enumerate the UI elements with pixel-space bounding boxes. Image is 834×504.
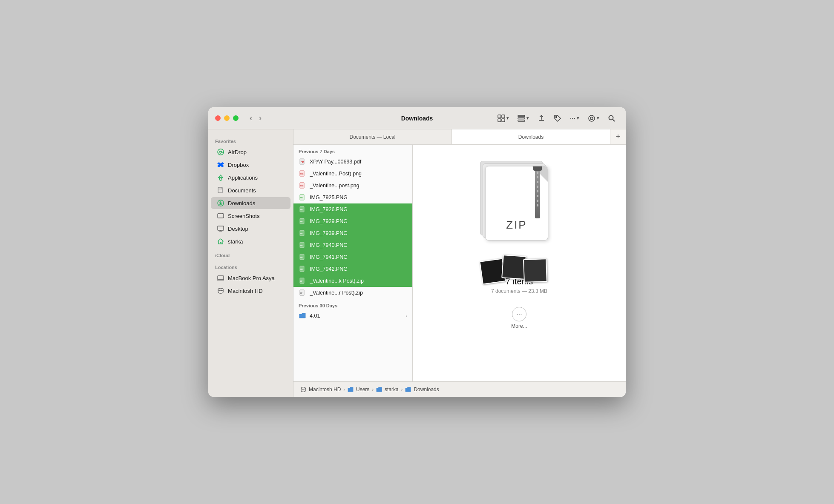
close-button[interactable] — [215, 115, 221, 121]
pdf-icon: PDF — [299, 158, 306, 166]
folder-small-icon — [348, 387, 354, 392]
content-area: Documents — Local Downloads + Previous 7… — [293, 129, 626, 397]
sidebar-item-screenshots[interactable]: ScreenShots — [211, 210, 290, 222]
photo-thumb-3 — [523, 258, 547, 283]
finder-window: ‹ › Downloads ▾ ▾ — [208, 107, 626, 397]
sidebar-item-macintosh[interactable]: Macintosh HD — [211, 285, 290, 297]
list-item[interactable]: PNG IMG_7942.PNG — [293, 263, 412, 275]
nav-buttons: ‹ › — [247, 113, 264, 123]
svg-text:PNG: PNG — [300, 245, 303, 246]
laptop-icon — [217, 274, 224, 282]
sidebar-item-desktop[interactable]: Desktop — [211, 223, 290, 235]
search-button[interactable] — [604, 113, 619, 124]
list-item[interactable]: PNG _Valentine...Post).png — [293, 168, 412, 180]
breadcrumb-sep-3: › — [401, 387, 403, 392]
phone-img-icon: PNG — [299, 218, 306, 225]
svg-rect-5 — [518, 117, 525, 119]
list-item[interactable]: PNG IMG_7939.PNG — [293, 227, 412, 239]
add-tab-button[interactable]: + — [610, 129, 626, 144]
phone-img-icon: PNG — [299, 194, 306, 201]
svg-point-10 — [609, 115, 613, 120]
svg-point-14 — [219, 178, 222, 180]
svg-rect-22 — [218, 276, 224, 280]
list-item[interactable]: ZIP _Valentine...r Post).zip — [293, 287, 412, 299]
more-button[interactable]: ··· More... — [511, 307, 527, 329]
zip-preview: ZIP 7 items 7 documents — 23.3 MB ··· Mo… — [477, 158, 562, 329]
sidebar-item-dropbox[interactable]: Dropbox — [211, 159, 290, 171]
svg-point-24 — [218, 288, 223, 291]
svg-point-8 — [589, 115, 595, 121]
sidebar-item-downloads[interactable]: Downloads — [211, 197, 290, 209]
minimize-button[interactable] — [224, 115, 230, 121]
img-icon: PNG — [299, 182, 306, 189]
svg-rect-4 — [518, 115, 525, 117]
list-item[interactable]: PNG IMG_7926.PNG — [293, 203, 412, 215]
view-toggle-button[interactable]: ▾ — [494, 113, 512, 124]
breadcrumb-macintosh[interactable]: Macintosh HD — [300, 387, 341, 392]
tag-button[interactable] — [550, 113, 565, 124]
file-name: IMG_7926.PNG — [310, 206, 407, 212]
screenshots-icon — [217, 212, 224, 220]
svg-rect-18 — [218, 214, 224, 218]
file-list-pane[interactable]: Previous 7 Days PDF XPAY-Pay...00693.pdf — [293, 145, 413, 381]
more-options-button[interactable]: ··· ▾ — [567, 113, 583, 124]
sidebar-macbook-label: MacBook Pro Asya — [228, 275, 275, 281]
list-item[interactable]: PNG IMG_7925.PNG — [293, 192, 412, 203]
sidebar-item-starka[interactable]: starka — [211, 235, 290, 247]
sidebar-dropbox-label: Dropbox — [228, 162, 249, 168]
list-item[interactable]: ZIP _Valentine...k Post).zip — [293, 275, 412, 287]
section-7days: Previous 7 Days — [293, 145, 412, 156]
sidebar-applications-label: Applications — [228, 175, 258, 181]
svg-text:PDF: PDF — [301, 161, 305, 163]
forward-button[interactable]: › — [256, 113, 264, 123]
maximize-button[interactable] — [233, 115, 239, 121]
svg-point-9 — [590, 117, 593, 120]
svg-rect-0 — [498, 115, 501, 118]
icloud-label: iCloud — [208, 248, 293, 260]
svg-text:PNG: PNG — [300, 269, 303, 270]
breadcrumb-starka-label: starka — [385, 387, 399, 392]
share-button[interactable] — [534, 113, 549, 124]
list-item[interactable]: PNG IMG_7941.PNG — [293, 251, 412, 263]
svg-point-7 — [555, 116, 557, 117]
zip-icon: ZIP — [299, 289, 306, 297]
documents-icon — [217, 186, 224, 194]
preview-pane: ZIP 7 items 7 documents — 23.3 MB ··· Mo… — [413, 145, 626, 381]
file-name: IMG_7941.PNG — [310, 254, 407, 260]
zip-label: ZIP — [486, 218, 548, 232]
svg-text:ZIP: ZIP — [300, 292, 303, 294]
breadcrumb-starka[interactable]: starka — [376, 387, 399, 392]
svg-rect-3 — [502, 119, 505, 122]
svg-text:PNG: PNG — [300, 173, 304, 175]
sidebar-item-macbook[interactable]: MacBook Pro Asya — [211, 272, 290, 284]
back-button[interactable]: ‹ — [247, 113, 255, 123]
svg-text:PNG: PNG — [300, 197, 303, 199]
list-item[interactable]: PDF XPAY-Pay...00693.pdf — [293, 156, 412, 168]
group-button[interactable]: ▾ — [514, 113, 532, 124]
list-item[interactable]: PNG IMG_7929.PNG — [293, 215, 412, 227]
breadcrumb-users-label: Users — [356, 387, 369, 392]
sidebar-item-applications[interactable]: Applications — [211, 172, 290, 183]
file-name: XPAY-Pay...00693.pdf — [310, 159, 407, 165]
view-options-button[interactable]: ▾ — [584, 113, 603, 124]
more-icon: ··· — [512, 307, 526, 321]
tab-documents[interactable]: Documents — Local — [293, 129, 452, 144]
downloads-icon — [217, 199, 224, 207]
expand-arrow: › — [405, 313, 407, 318]
favorites-label: Favorites — [208, 134, 293, 146]
zipper-pull — [533, 166, 542, 171]
sidebar-item-airdrop[interactable]: AirDrop — [211, 146, 290, 158]
tab-downloads[interactable]: Downloads — [452, 129, 610, 144]
sidebar-desktop-label: Desktop — [228, 226, 248, 232]
breadcrumb-sep-2: › — [372, 387, 374, 392]
list-item[interactable]: PNG _Valentine...post.png — [293, 180, 412, 192]
sidebar-item-documents[interactable]: Documents — [211, 184, 290, 196]
list-item[interactable]: 4.01 › — [293, 310, 412, 322]
breadcrumb-downloads[interactable]: Downloads — [405, 387, 439, 392]
svg-point-49 — [301, 387, 305, 389]
breadcrumb-users[interactable]: Users — [348, 387, 369, 392]
main-area: Favorites AirDrop — [208, 129, 626, 397]
list-item[interactable]: PNG IMG_7940.PNG — [293, 239, 412, 251]
breadcrumb-macintosh-label: Macintosh HD — [309, 387, 341, 392]
window-title: Downloads — [401, 115, 433, 122]
